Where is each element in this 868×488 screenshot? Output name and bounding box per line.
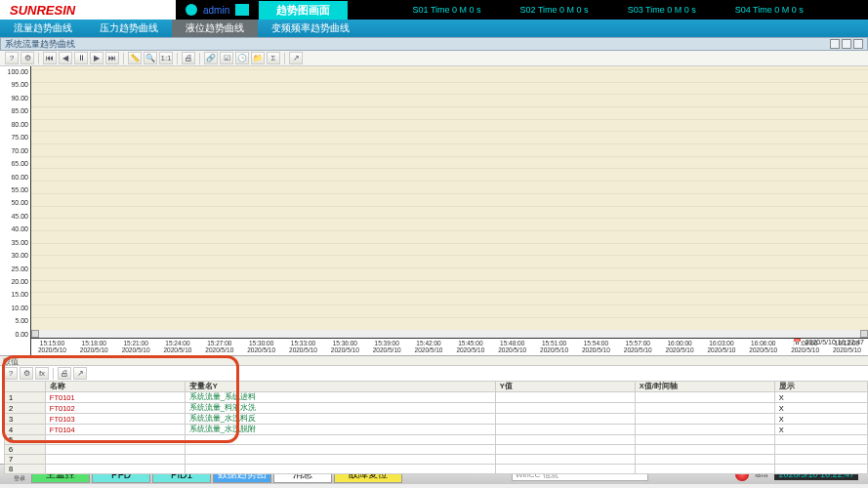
tb-link-icon[interactable]: 🔗	[204, 52, 218, 64]
print-icon[interactable]	[235, 4, 249, 16]
tb-zoomreset-icon[interactable]: 1:1	[159, 52, 173, 64]
tab-flow[interactable]: 流量趋势曲线	[0, 20, 86, 37]
tb-archive-icon[interactable]: 📁	[251, 52, 265, 64]
tb-last-icon[interactable]: ⏭	[105, 52, 119, 64]
minimize-icon[interactable]	[830, 39, 840, 49]
tb-export-icon[interactable]: ↗	[289, 52, 303, 64]
legend-title: 数值	[0, 356, 868, 366]
leg-config-icon[interactable]: ⚙	[20, 367, 33, 380]
tb-next-icon[interactable]: ▶	[90, 52, 103, 64]
leg-help-icon[interactable]: ?	[4, 367, 18, 380]
chart-ruler-ts: 2020/5/10 16:22:47	[806, 339, 864, 346]
nav-tabs: 流量趋势曲线 压力趋势曲线 液位趋势曲线 变频频率趋势曲线	[0, 20, 868, 37]
legend-panel: 数值 ? ⚙ fx 🖨 ↗ 名称变量名YY值X值/时间轴显示1FT0101系统流…	[0, 356, 868, 454]
maximize-icon[interactable]	[842, 39, 851, 49]
leg-print-icon[interactable]: 🖨	[58, 367, 71, 380]
scroll-right-icon[interactable]	[860, 330, 868, 338]
x-axis: 15:15:002020/5/1015:18:002020/5/1015:21:…	[31, 338, 868, 355]
trend-chart: 100.0095.0090.0085.0080.0075.0070.0065.0…	[0, 66, 868, 356]
tab-freq[interactable]: 变频频率趋势曲线	[258, 20, 363, 37]
timers-row: S01 Time 0 M 0 s S02 Time 0 M 0 s S03 Ti…	[348, 5, 868, 15]
tb-time-icon[interactable]: 🕒	[235, 52, 249, 64]
tb-prev-icon[interactable]: ◀	[59, 52, 72, 64]
scroll-track[interactable]	[39, 330, 860, 338]
panel-titlebar: 系统流量趋势曲线	[0, 37, 868, 51]
close-icon[interactable]	[853, 39, 863, 49]
y-axis: 100.0095.0090.0085.0080.0075.0070.0065.0…	[0, 66, 31, 355]
tb-config-icon[interactable]: ⚙	[21, 52, 34, 64]
user-icon[interactable]	[186, 4, 197, 16]
tab-pressure[interactable]: 压力趋势曲线	[86, 20, 172, 37]
tb-stats-icon[interactable]: Σ	[267, 52, 280, 64]
leg-export-icon[interactable]: ↗	[73, 367, 87, 380]
plot-area[interactable]: 15:15:002020/5/1015:18:002020/5/1015:21:…	[31, 66, 868, 355]
tab-level[interactable]: 液位趋势曲线	[172, 20, 258, 37]
tb-help-icon[interactable]: ?	[5, 52, 19, 64]
scroll-left-icon[interactable]	[31, 330, 39, 338]
page-title: 趋势图画面	[259, 1, 348, 20]
panel-title: 系统流量趋势曲线	[5, 38, 75, 51]
brand-logo: SUNRESIN	[0, 0, 176, 20]
ruler-icon: 📅	[793, 339, 802, 346]
tb-print-icon[interactable]: 🖨	[182, 52, 195, 64]
leg-func-icon[interactable]: fx	[35, 367, 49, 380]
tb-zoomarea-icon[interactable]: 🔍	[144, 52, 157, 64]
tb-select-icon[interactable]: ☑	[220, 52, 233, 64]
tb-first-icon[interactable]: ⏮	[43, 52, 57, 64]
tb-ruler-icon[interactable]: 📏	[128, 52, 142, 64]
chart-toolbar: ? ⚙ ⏮ ◀ ⏸ ▶ ⏭ 📏 🔍 1:1 🖨 🔗 ☑ 🕒 📁 Σ ↗	[0, 51, 868, 66]
tb-pause-icon[interactable]: ⏸	[74, 52, 88, 64]
legend-table[interactable]: 名称变量名YY值X值/时间轴显示1FT0101系统流量_系统进料X2FT0102…	[4, 381, 868, 474]
username-label: admin	[203, 5, 229, 16]
